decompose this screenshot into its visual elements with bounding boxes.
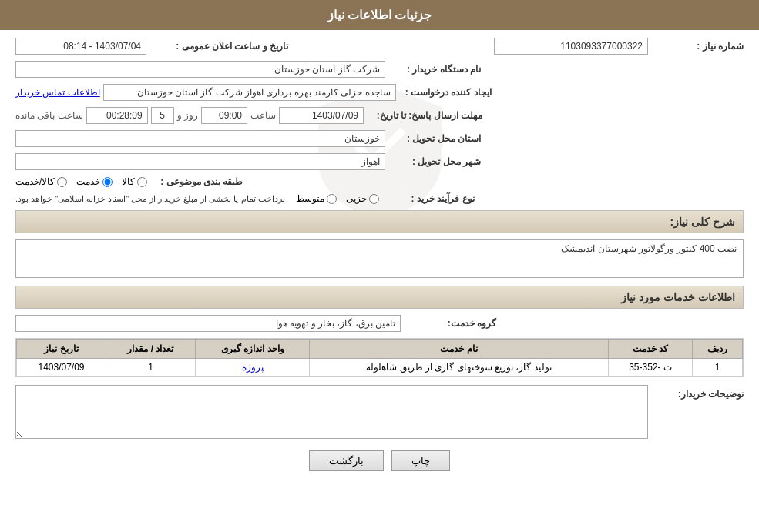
requester-value: ساجده حزلی کارمند بهره برداری اهواز شرکت… (103, 84, 396, 101)
back-button[interactable]: بازگشت (309, 450, 384, 471)
category-option-kala[interactable]: کالا (122, 176, 147, 187)
city-value: اهواز (15, 153, 385, 170)
cell-code: ت -352-35 (608, 359, 692, 376)
deadline-date: 1403/07/09 (279, 107, 364, 124)
col-date: تاریخ نیاز (17, 340, 106, 359)
category-radio-kala-khedmat[interactable] (57, 177, 67, 187)
purchase-type-jozii[interactable]: جزیی (346, 193, 379, 204)
cell-unit: پروژه (195, 359, 310, 376)
purchase-type-motavaset[interactable]: متوسط (296, 193, 337, 204)
category-option-khedmat[interactable]: خدمت (76, 176, 113, 187)
province-label: استان محل تحویل : (388, 133, 481, 144)
button-row: چاپ بازگشت (15, 450, 744, 471)
need-number-value: 1103093377000322 (494, 38, 648, 55)
remaining-label: ساعت باقی مانده (15, 110, 83, 121)
category-option-kala-khedmat[interactable]: کالا/خدمت (15, 176, 67, 187)
deadline-remaining: 00:28:09 (86, 107, 148, 124)
deadline-label: مهلت ارسال پاسخ: تا تاریخ: (367, 110, 482, 121)
buyer-desc-label: توضیحات خریدار: (651, 385, 744, 400)
cell-date: 1403/07/09 (17, 359, 106, 376)
cell-name: تولید گاز، توزیع سوختهای گازی از طریق شا… (310, 359, 608, 376)
print-button[interactable]: چاپ (391, 450, 450, 471)
cell-quantity: 1 (106, 359, 196, 376)
province-value: خوزستان (15, 130, 385, 147)
services-table: ردیف کد خدمت نام خدمت واحد اندازه گیری ت… (16, 339, 743, 376)
contact-link[interactable]: اطلاعات تماس خریدار (15, 87, 100, 98)
buyer-desc-textarea[interactable] (15, 385, 648, 439)
col-unit: واحد اندازه گیری (195, 340, 310, 359)
page-header: جزئیات اطلاعات نیاز (0, 0, 759, 30)
service-group-label: گروه خدمت: (404, 318, 496, 329)
col-code: کد خدمت (608, 340, 692, 359)
deadline-days: 5 (151, 107, 174, 124)
purchase-type-label: نوع فرآیند خرید : (382, 193, 475, 204)
table-row: 1ت -352-35تولید گاز، توزیع سوختهای گازی … (17, 359, 743, 376)
announce-date-label: تاریخ و ساعت اعلان عمومی : (149, 41, 288, 52)
general-desc-value: نصب 400 کنتور ورگولاتور شهرستان اندیمشک (15, 239, 744, 278)
buyer-name-label: نام دستگاه خریدار : (388, 64, 481, 75)
city-label: شهر محل تحویل : (388, 156, 481, 167)
col-row: ردیف (693, 340, 743, 359)
purchase-radio-motavaset[interactable] (327, 194, 337, 204)
cell-row: 1 (693, 359, 743, 376)
announce-date-value: 1403/07/04 - 08:14 (15, 38, 146, 55)
col-name: نام خدمت (310, 340, 608, 359)
services-table-container: ردیف کد خدمت نام خدمت واحد اندازه گیری ت… (15, 338, 744, 377)
col-qty: تعداد / مقدار (106, 340, 196, 359)
category-radio-kala[interactable] (137, 177, 147, 187)
category-label: طبقه بندی موضوعی : (150, 176, 243, 187)
category-radio-group: کالا خدمت کالا/خدمت (15, 176, 147, 187)
service-info-title: اطلاعات خدمات مورد نیاز (15, 286, 744, 309)
buyer-name-value: شرکت گاز استان خوزستان (15, 61, 385, 78)
general-desc-section-title: شرح کلی نیاز: (15, 210, 744, 233)
hour-label: ساعت (250, 110, 276, 121)
category-radio-khedmat[interactable] (102, 177, 113, 187)
need-number-label: شماره نیاز : (651, 41, 744, 52)
purchase-radio-jozii[interactable] (369, 194, 379, 204)
service-group-value: تامین برق، گاز، بخار و تهویه هوا (15, 315, 401, 332)
deadline-time: 09:00 (201, 107, 247, 124)
day-label: روز و (177, 110, 198, 121)
requester-label: ایجاد کننده درخواست : (399, 87, 492, 98)
header-title: جزئیات اطلاعات نیاز (327, 8, 432, 22)
purchase-type-note: پرداخت تمام یا بخشی از مبلغ خریدار از مح… (15, 194, 285, 204)
purchase-type-group: جزیی متوسط (296, 193, 379, 204)
